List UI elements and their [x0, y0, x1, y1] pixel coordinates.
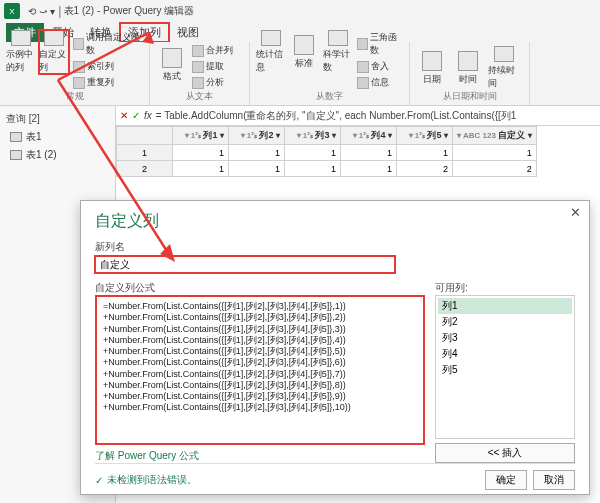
trig-button[interactable]: 三角函数: [357, 30, 403, 58]
available-cols-label: 可用列:: [435, 281, 575, 295]
available-col-item[interactable]: 列1: [438, 298, 572, 314]
query-item[interactable]: 表1 (2): [6, 146, 109, 164]
cell[interactable]: 2: [397, 161, 453, 177]
group-number-label: 从数字: [256, 90, 403, 103]
custom-column-button[interactable]: 自定义列: [39, 30, 68, 74]
round-button[interactable]: 舍入: [357, 59, 403, 74]
syntax-status: 未检测到语法错误。: [107, 473, 197, 487]
index-col-button[interactable]: 索引列: [73, 59, 143, 74]
rownum: 1: [117, 145, 173, 161]
newname-label: 新列名: [95, 240, 575, 254]
query-item[interactable]: 表1: [6, 128, 109, 146]
check-icon: ✓: [95, 475, 103, 486]
example-column-button[interactable]: 示例中的列: [6, 30, 35, 74]
ok-button[interactable]: 确定: [485, 470, 527, 490]
group-general-label: 常规: [6, 90, 143, 103]
available-col-item[interactable]: 列4: [438, 346, 572, 362]
new-column-name-input[interactable]: [95, 256, 395, 273]
extract-button[interactable]: 提取: [192, 59, 233, 74]
col-header[interactable]: ▾ 1²₃ 列3 ▾: [285, 127, 341, 145]
app-icon: X: [4, 3, 20, 19]
pq-formula-link[interactable]: 了解 Power Query 公式: [95, 449, 425, 463]
available-cols-list[interactable]: 列1列2列3列4列5: [435, 295, 575, 439]
col-header[interactable]: ▾ 1²₃ 列4 ▾: [341, 127, 397, 145]
dialog-title: 自定义列: [95, 211, 575, 232]
cell[interactable]: 1: [397, 145, 453, 161]
col-header[interactable]: ▾ 1²₃ 列2 ▾: [229, 127, 285, 145]
cell[interactable]: 1: [341, 145, 397, 161]
invoke-fn-button[interactable]: 调用自定义函数: [73, 30, 143, 58]
menu-view[interactable]: 视图: [169, 23, 207, 42]
formula-label: 自定义列公式: [95, 281, 425, 295]
standard-button[interactable]: 标准: [290, 30, 320, 74]
duration-button[interactable]: 持续时间: [488, 46, 520, 90]
available-col-item[interactable]: 列3: [438, 330, 572, 346]
available-col-item[interactable]: 列5: [438, 362, 572, 378]
data-grid[interactable]: ▾ 1²₃ 列1 ▾▾ 1²₃ 列2 ▾▾ 1²₃ 列3 ▾▾ 1²₃ 列4 ▾…: [116, 126, 537, 177]
cell[interactable]: 1: [285, 161, 341, 177]
window-title: 表1 (2) - Power Query 编辑器: [64, 4, 195, 18]
col-header[interactable]: ▾ 1²₃ 列1 ▾: [173, 127, 229, 145]
info-button[interactable]: 信息: [357, 75, 403, 90]
formula-bar[interactable]: = Table.AddColumn(重命名的列, "自定义", each Num…: [156, 109, 596, 123]
formula-textarea[interactable]: =Number.From(List.Contains({[列1],[列2],[列…: [95, 295, 425, 445]
dup-col-button[interactable]: 重复列: [73, 75, 143, 90]
group-text-label: 从文本: [156, 90, 243, 103]
format-button[interactable]: 格式: [156, 43, 188, 87]
cell[interactable]: 1: [229, 145, 285, 161]
cell[interactable]: 1: [285, 145, 341, 161]
time-button[interactable]: 时间: [452, 46, 484, 90]
custom-column-dialog: ✕ 自定义列 新列名 自定义列公式 =Number.From(List.Cont…: [80, 200, 590, 495]
close-icon[interactable]: ✕: [570, 205, 581, 220]
parse-button[interactable]: 分析: [192, 75, 233, 90]
cell[interactable]: 1: [173, 145, 229, 161]
cell[interactable]: 1: [341, 161, 397, 177]
col-header[interactable]: ▾ 1²₃ 列5 ▾: [397, 127, 453, 145]
merge-col-button[interactable]: 合并列: [192, 43, 233, 58]
stats-button[interactable]: 统计信息: [256, 30, 286, 74]
col-header[interactable]: ▾ ABC 123 自定义 ▾: [453, 127, 537, 145]
queries-header: 查询 [2]: [6, 110, 109, 128]
scientific-button[interactable]: 科学计数: [323, 30, 353, 74]
cell[interactable]: 1: [453, 145, 537, 161]
date-button[interactable]: 日期: [416, 46, 448, 90]
rownum: 2: [117, 161, 173, 177]
insert-button[interactable]: << 插入: [435, 443, 575, 463]
cancel-button[interactable]: 取消: [533, 470, 575, 490]
available-col-item[interactable]: 列2: [438, 314, 572, 330]
group-datetime-label: 从日期和时间: [416, 90, 523, 103]
cell[interactable]: 1: [173, 161, 229, 177]
rowhead: [117, 127, 173, 145]
cell[interactable]: 1: [229, 161, 285, 177]
fx-label: fx: [144, 110, 152, 121]
cell[interactable]: 2: [453, 161, 537, 177]
